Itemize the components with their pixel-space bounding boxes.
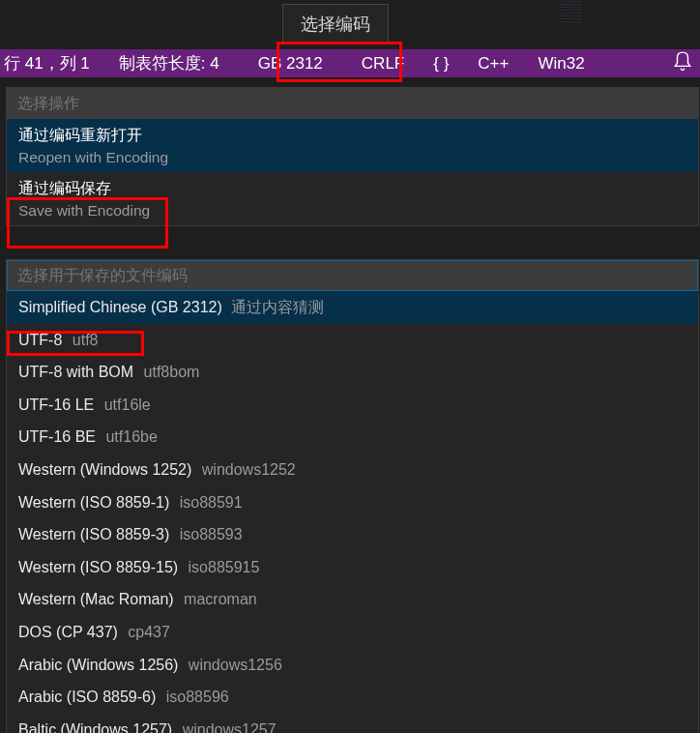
encoding-row[interactable]: Arabic (ISO 8859-6) iso88596	[7, 681, 698, 714]
status-bar: 行 41，列 1 制表符长度: 4 GB 2312 CRLF { } C++ W…	[0, 49, 700, 77]
action-picker-input[interactable]	[7, 88, 698, 119]
encoding-alias: windows1252	[202, 461, 296, 478]
encoding-name: Arabic (ISO 8859-6)	[18, 689, 156, 705]
encoding-row[interactable]: Western (ISO 8859-15) iso885915	[7, 551, 698, 584]
status-encoding[interactable]: GB 2312	[245, 52, 336, 75]
encoding-name: Western (ISO 8859-15)	[18, 559, 178, 575]
encoding-alias: windows1256	[189, 657, 282, 673]
minimap: IIIIIIIIIIIIIIIIIIIIIIIIIIIIIIIIIIIIIIII…	[560, 0, 700, 48]
encoding-name: UTF-8	[18, 332, 62, 348]
encoding-row[interactable]: Western (ISO 8859-1) iso88591	[7, 486, 698, 519]
encoding-alias: utf8bom	[144, 364, 200, 380]
status-tabsize[interactable]: 制表符长度: 4	[115, 50, 223, 76]
encoding-alias: utf16le	[104, 396, 151, 413]
encoding-row[interactable]: UTF-8 with BOM utf8bom	[7, 356, 698, 389]
encoding-row[interactable]: Western (Windows 1252) windows1252	[7, 454, 698, 486]
encoding-name: Arabic (Windows 1256)	[18, 657, 178, 673]
encoding-row[interactable]: UTF-8 utf8	[7, 324, 698, 357]
status-language[interactable]: C++	[474, 52, 512, 75]
status-braces[interactable]: { }	[429, 52, 452, 75]
encoding-alias: iso885915	[189, 559, 260, 575]
encoding-alias: windows1257	[183, 721, 277, 733]
encoding-picker: Simplified Chinese (GB 2312) 通过内容猜测 UTF-…	[6, 259, 699, 733]
encoding-name: Western (ISO 8859-3)	[18, 526, 169, 542]
action-picker: 通过编码重新打开 Reopen with Encoding 通过编码保存 Sav…	[6, 87, 699, 226]
encoding-alias: utf8	[73, 332, 99, 348]
encoding-row[interactable]: Arabic (Windows 1256) windows1256	[7, 649, 698, 682]
action-row-save[interactable]: 通过编码保存 Save with Encoding	[7, 172, 698, 225]
encoding-alias: iso88596	[166, 689, 229, 705]
encoding-alias: iso88591	[180, 494, 243, 511]
status-cursor[interactable]: 行 41，列 1	[0, 50, 94, 76]
action-picker-list: 通过编码重新打开 Reopen with Encoding 通过编码保存 Sav…	[7, 119, 698, 225]
encoding-picker-input[interactable]	[7, 260, 698, 291]
encoding-tooltip: 选择编码	[282, 4, 389, 44]
encoding-row[interactable]: Baltic (Windows 1257) windows1257	[7, 714, 698, 733]
status-target[interactable]: Win32	[534, 52, 588, 75]
encoding-row[interactable]: UTF-16 LE utf16le	[7, 389, 698, 422]
encoding-alias: macroman	[184, 591, 257, 607]
encoding-alias: iso88593	[180, 526, 243, 542]
encoding-picker-list: Simplified Chinese (GB 2312) 通过内容猜测 UTF-…	[7, 291, 698, 733]
action-row-primary: 通过编码保存	[18, 178, 686, 199]
encoding-alias: utf16be	[105, 428, 157, 445]
encoding-alias: cp437	[128, 624, 170, 640]
encoding-guessed-hint: 通过内容猜测	[231, 299, 324, 315]
encoding-name: UTF-16 BE	[18, 428, 96, 445]
encoding-name: Simplified Chinese (GB 2312)	[18, 299, 222, 315]
encoding-name: UTF-16 LE	[18, 396, 94, 413]
action-row-primary: 通过编码重新打开	[18, 125, 686, 146]
encoding-row[interactable]: Western (Mac Roman) macroman	[7, 583, 698, 616]
action-row-secondary: Save with Encoding	[18, 200, 686, 221]
action-row-secondary: Reopen with Encoding	[18, 147, 686, 168]
encoding-row[interactable]: DOS (CP 437) cp437	[7, 616, 698, 649]
encoding-name: Western (Windows 1252)	[18, 461, 191, 478]
encoding-name: Baltic (Windows 1257)	[18, 721, 172, 733]
encoding-name: Western (Mac Roman)	[18, 591, 174, 607]
encoding-name: UTF-8 with BOM	[18, 364, 133, 380]
encoding-row[interactable]: UTF-16 BE utf16be	[7, 421, 698, 454]
status-eol[interactable]: CRLF	[358, 52, 408, 75]
encoding-row[interactable]: Western (ISO 8859-3) iso88593	[7, 518, 698, 551]
encoding-name: Western (ISO 8859-1)	[18, 494, 169, 511]
encoding-name: DOS (CP 437)	[18, 624, 118, 640]
action-row-reopen[interactable]: 通过编码重新打开 Reopen with Encoding	[7, 119, 698, 172]
notification-bell-icon[interactable]	[674, 51, 693, 74]
encoding-row[interactable]: Simplified Chinese (GB 2312) 通过内容猜测	[7, 291, 698, 324]
